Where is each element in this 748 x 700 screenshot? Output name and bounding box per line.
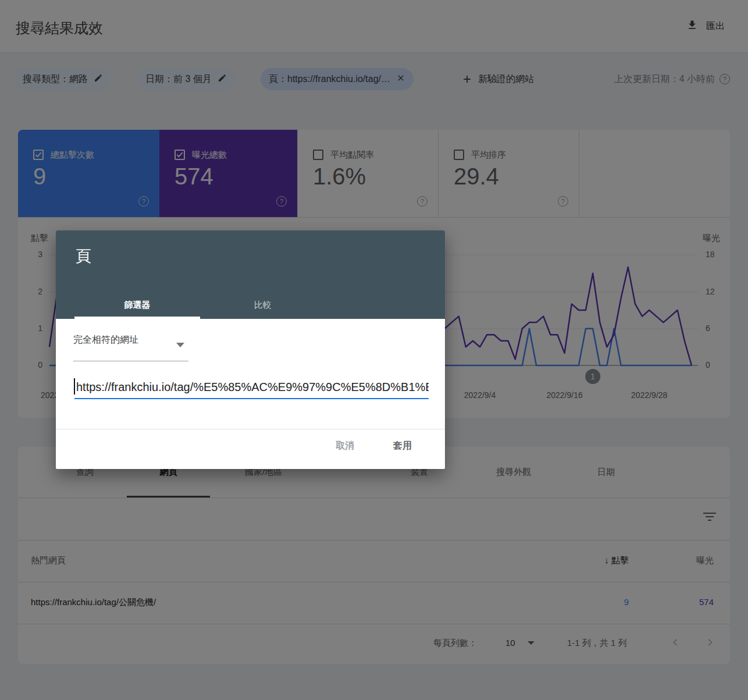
apply-button[interactable]: 套用 <box>393 440 412 452</box>
dialog-tab-filter[interactable]: 篩選器 <box>74 293 200 317</box>
match-type-select[interactable]: 完全相符的網址 <box>73 334 138 346</box>
cancel-button[interactable]: 取消 <box>336 440 354 452</box>
dialog-tab-compare[interactable]: 比較 <box>200 293 326 317</box>
url-filter-input[interactable] <box>74 376 429 399</box>
dropdown-arrow-icon[interactable] <box>176 343 184 347</box>
dialog-header: 頁 篩選器 比較 <box>56 230 445 319</box>
select-underline <box>73 361 188 361</box>
dialog-footer-divider <box>56 429 445 429</box>
text-caret <box>74 378 75 395</box>
page-filter-dialog: 頁 篩選器 比較 完全相符的網址 取消 套用 <box>56 230 445 469</box>
dialog-active-tab-underline <box>74 317 200 319</box>
dialog-title: 頁 <box>76 246 91 267</box>
